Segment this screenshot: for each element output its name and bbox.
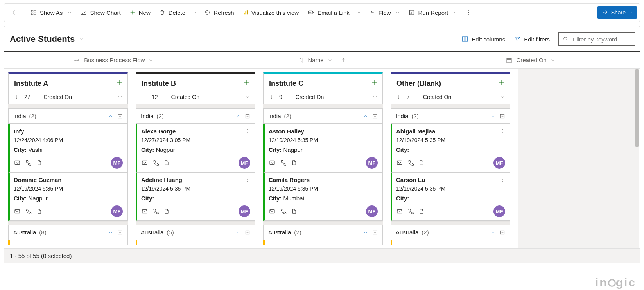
card-more-button[interactable] bbox=[500, 128, 505, 135]
visualize-button[interactable]: Visualize this view bbox=[239, 5, 303, 20]
owner-avatar[interactable]: MF bbox=[239, 205, 250, 217]
chevron-up-icon[interactable] bbox=[108, 230, 113, 235]
kanban-card[interactable]: Eli Jones bbox=[8, 240, 128, 245]
lane-sort-field[interactable]: Created On bbox=[296, 94, 324, 100]
add-card-button[interactable] bbox=[498, 78, 505, 88]
run-report-button[interactable]: Run Report bbox=[405, 5, 461, 20]
chevron-down-icon[interactable] bbox=[500, 94, 505, 100]
kanban-card[interactable]: Alexa Gorge 12/27/2024 3:05 PM City: Nag… bbox=[136, 124, 255, 172]
add-card-button[interactable] bbox=[116, 78, 123, 88]
document-icon[interactable] bbox=[419, 208, 424, 214]
document-icon[interactable] bbox=[419, 160, 424, 166]
phone-icon[interactable] bbox=[25, 160, 32, 166]
kanban-card[interactable]: Carson Lu 12/19/2024 5:35 PM City: MF bbox=[391, 172, 510, 221]
group-header[interactable]: Australia (5) bbox=[136, 225, 255, 240]
mail-icon[interactable] bbox=[141, 208, 148, 214]
group-header[interactable]: Australia (8) bbox=[8, 225, 128, 240]
mail-icon[interactable] bbox=[14, 160, 21, 166]
card-more-button[interactable] bbox=[117, 244, 123, 245]
owner-avatar[interactable]: MF bbox=[493, 157, 505, 169]
refresh-button[interactable]: Refresh bbox=[200, 5, 238, 20]
kanban-card[interactable]: Aston Bailey 12/19/2024 5:35 PM City: Na… bbox=[263, 124, 383, 172]
document-icon[interactable] bbox=[36, 160, 42, 166]
document-icon[interactable] bbox=[164, 208, 169, 214]
kanban-card[interactable]: Infy 12/24/2024 4:06 PM City: Vashi MF bbox=[8, 124, 128, 172]
collapse-box-icon[interactable] bbox=[117, 113, 123, 119]
share-button[interactable]: Share bbox=[597, 6, 637, 19]
card-more-button[interactable] bbox=[372, 177, 378, 184]
flow-button[interactable]: Flow bbox=[364, 5, 404, 20]
chevron-up-icon[interactable] bbox=[363, 113, 368, 119]
chevron-up-icon[interactable] bbox=[490, 113, 496, 119]
group-header[interactable]: India (2) bbox=[391, 108, 510, 124]
document-icon[interactable] bbox=[291, 160, 297, 166]
kanban-card[interactable]: Angel Powell bbox=[136, 240, 255, 245]
chevron-up-icon[interactable] bbox=[235, 230, 241, 235]
show-as-button[interactable]: Show As bbox=[27, 5, 76, 20]
collapse-box-icon[interactable] bbox=[372, 113, 378, 119]
group-header[interactable]: India (2) bbox=[8, 108, 128, 124]
name-column[interactable]: Name bbox=[218, 57, 427, 63]
email-link-button[interactable]: Email a Link bbox=[303, 5, 353, 20]
scrollbar[interactable] bbox=[635, 69, 639, 147]
lane-sort-field[interactable]: Created On bbox=[171, 94, 199, 100]
kanban-card[interactable]: Adam Dang bbox=[263, 240, 383, 245]
phone-icon[interactable] bbox=[153, 208, 159, 214]
kanban-card[interactable]: Camila Silvai bbox=[391, 240, 510, 245]
createdon-column[interactable]: Created On bbox=[426, 57, 635, 63]
owner-avatar[interactable]: MF bbox=[366, 205, 378, 217]
document-icon[interactable] bbox=[164, 160, 169, 166]
edit-columns-button[interactable]: Edit columns bbox=[461, 36, 505, 43]
kanban-card[interactable]: Dominic Guzman 12/19/2024 5:35 PM City: … bbox=[8, 172, 128, 221]
collapse-box-icon[interactable] bbox=[500, 230, 505, 235]
kanban-card[interactable]: Camila Rogers 12/19/2024 5:35 PM City: M… bbox=[263, 172, 383, 221]
collapse-box-icon[interactable] bbox=[245, 230, 250, 235]
card-more-button[interactable] bbox=[117, 128, 123, 135]
edit-filters-button[interactable]: Edit filters bbox=[514, 36, 550, 43]
phone-icon[interactable] bbox=[153, 160, 159, 166]
chevron-up-icon[interactable] bbox=[490, 230, 496, 235]
filter-box[interactable] bbox=[558, 32, 635, 46]
mail-icon[interactable] bbox=[141, 160, 148, 166]
kanban-card[interactable]: Adeline Huang 12/19/2024 5:35 PM City: M… bbox=[136, 172, 255, 221]
card-more-button[interactable] bbox=[372, 128, 378, 135]
document-icon[interactable] bbox=[36, 208, 42, 214]
lane-sort-field[interactable]: Created On bbox=[44, 94, 72, 100]
phone-icon[interactable] bbox=[25, 208, 32, 214]
bpf-column[interactable]: Business Process Flow bbox=[9, 57, 218, 63]
chevron-up-icon[interactable] bbox=[363, 230, 368, 235]
phone-icon[interactable] bbox=[280, 160, 287, 166]
kanban-card[interactable]: Abigail Mejiaa 12/19/2024 5:35 PM City: … bbox=[391, 124, 510, 172]
card-more-button[interactable] bbox=[245, 128, 250, 135]
owner-avatar[interactable]: MF bbox=[239, 157, 250, 169]
owner-avatar[interactable]: MF bbox=[493, 205, 505, 217]
delete-button[interactable]: Delete bbox=[155, 5, 189, 20]
collapse-box-icon[interactable] bbox=[372, 230, 378, 235]
email-link-split-button[interactable] bbox=[354, 5, 364, 20]
mail-icon[interactable] bbox=[269, 208, 276, 214]
owner-avatar[interactable]: MF bbox=[111, 157, 123, 169]
group-header[interactable]: India (2) bbox=[136, 108, 255, 124]
collapse-box-icon[interactable] bbox=[500, 113, 505, 119]
back-button[interactable] bbox=[7, 5, 22, 20]
mail-icon[interactable] bbox=[14, 208, 21, 214]
group-header[interactable]: Australia (2) bbox=[391, 225, 510, 240]
document-icon[interactable] bbox=[291, 208, 297, 214]
card-more-button[interactable] bbox=[245, 244, 250, 245]
card-more-button[interactable] bbox=[117, 177, 123, 184]
owner-avatar[interactable]: MF bbox=[111, 205, 123, 217]
more-commands-button[interactable] bbox=[462, 5, 475, 20]
card-more-button[interactable] bbox=[500, 177, 505, 184]
owner-avatar[interactable]: MF bbox=[366, 157, 378, 169]
mail-icon[interactable] bbox=[396, 208, 403, 214]
mail-icon[interactable] bbox=[396, 160, 403, 166]
chevron-up-icon[interactable] bbox=[108, 113, 113, 119]
chevron-down-icon[interactable] bbox=[372, 94, 378, 100]
new-button[interactable]: New bbox=[126, 5, 154, 20]
add-card-button[interactable] bbox=[243, 78, 250, 88]
collapse-box-icon[interactable] bbox=[117, 230, 123, 235]
add-card-button[interactable] bbox=[371, 78, 378, 88]
collapse-box-icon[interactable] bbox=[245, 113, 250, 119]
view-selector[interactable]: Active Students bbox=[10, 34, 84, 44]
filter-input[interactable] bbox=[573, 36, 631, 43]
